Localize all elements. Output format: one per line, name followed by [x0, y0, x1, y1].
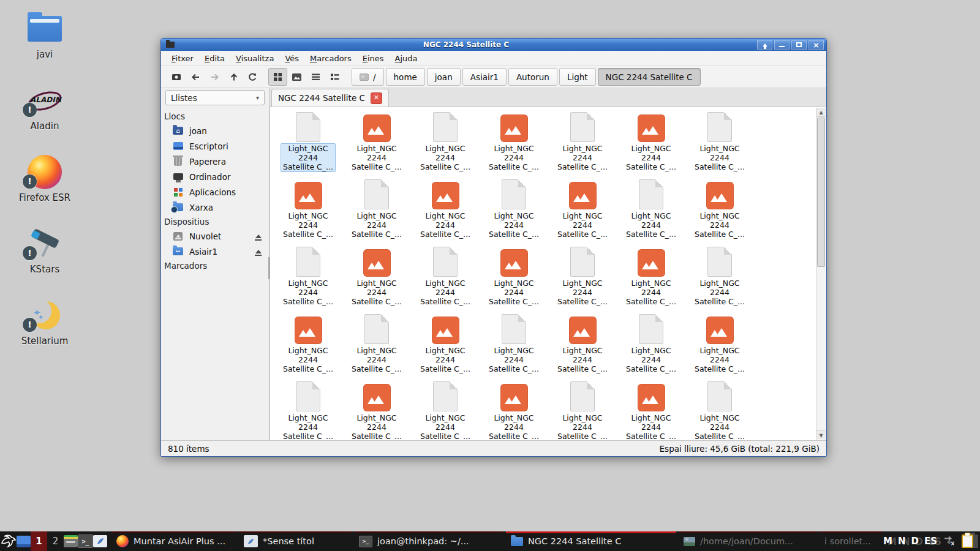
minimize-button[interactable]	[774, 40, 790, 50]
file-item[interactable]: Light_NGC2244Satellite C_...	[617, 244, 685, 312]
file-item[interactable]: Light_NGC2244Satellite C_...	[617, 177, 685, 244]
sidebar-item-xarxa[interactable]: Xarxa	[161, 200, 269, 215]
scroll-down-arrow-icon[interactable]: ▼	[816, 430, 826, 440]
new-tab-button[interactable]	[167, 68, 186, 86]
file-item[interactable]: Light_NGC2244Satellite C_...	[411, 177, 480, 244]
view-grid-button[interactable]	[268, 68, 287, 86]
file-item[interactable]: Light_NGC2244Satellite C_...	[617, 379, 685, 440]
titlebar[interactable]: NGC 2244 Satellite C ×	[161, 39, 826, 51]
desktop-icon-aladin[interactable]: ALADIN!Aladin	[9, 81, 81, 153]
file-item[interactable]: Light_NGC2244Satellite C_...	[548, 244, 617, 312]
network-arrows-icon[interactable]: ×	[943, 535, 956, 548]
desktop-icon-javi[interactable]: javi	[9, 10, 81, 81]
maximize-button[interactable]	[791, 40, 807, 50]
file-item[interactable]: Light_NGC2244Satellite C_...	[617, 110, 685, 177]
file-item[interactable]: Light_NGC2244Satellite C_...	[480, 110, 548, 177]
sidebar-item-aplicacions[interactable]: Aplicacions	[161, 184, 269, 200]
task-button--home-joan-docum-[interactable]: /home/joan/Docum...	[677, 531, 818, 551]
tab-ngc-2244-satellite-c[interactable]: NGC 2244 Satellite C ✕	[271, 89, 389, 107]
tray-indicator-es[interactable]: ES	[924, 536, 937, 547]
file-item[interactable]: Light_NGC2244Satellite C_...	[342, 379, 411, 440]
close-button[interactable]: ×	[809, 40, 824, 50]
back-button[interactable]	[186, 68, 205, 86]
menu-vs[interactable]: Vés	[279, 52, 304, 65]
launcher-terminal[interactable]: >_	[78, 531, 93, 551]
file-item[interactable]: Light_NGC2244Satellite C_...	[274, 379, 342, 440]
path-segment-autorun[interactable]: Autorun	[508, 68, 557, 86]
shade-button[interactable]	[757, 40, 772, 50]
sidebar-item-escriptori[interactable]: Escriptori	[161, 138, 269, 154]
vertical-scrollbar[interactable]: ▲ ▼	[816, 108, 826, 440]
menu-edita[interactable]: Edita	[199, 52, 230, 65]
menu-eines[interactable]: Eines	[357, 52, 390, 65]
desktop-icon-stellarium[interactable]: ✦✦!Stellarium	[9, 296, 81, 368]
menu-fitxer[interactable]: Fitxer	[166, 52, 199, 65]
file-item[interactable]: Light_NGC2244Satellite C_...	[480, 312, 548, 379]
task-button-joan-thinkpad-[interactable]: >_joan@thinkpad: ~/...	[353, 531, 505, 551]
tab-close-icon[interactable]: ✕	[371, 92, 382, 104]
eject-icon[interactable]	[255, 231, 262, 241]
sidebar-item-paperera[interactable]: Paperera	[161, 154, 269, 169]
tray-indicator-m[interactable]: M	[883, 536, 892, 547]
sidebar-item-ordinador[interactable]: Ordinador	[161, 169, 269, 184]
file-item[interactable]: Light_NGC2244Satellite C_...	[411, 244, 480, 312]
path-segment-home[interactable]: home	[386, 68, 425, 86]
sidebar-item-asiair1[interactable]: ↔Asiair1	[161, 244, 269, 259]
task-button-ngc-2244-satellite-c[interactable]: NGC 2244 Satellite C	[505, 531, 677, 551]
workspace-2[interactable]: 2	[47, 531, 64, 551]
file-item[interactable]: Light_NGC2244Satellite C_...	[274, 312, 342, 379]
tray-indicator-n[interactable]: N	[898, 536, 906, 547]
menu-marcadors[interactable]: Marcadors	[304, 52, 357, 65]
file-item[interactable]: Light_NGC2244Satellite C_...	[411, 312, 480, 379]
path-segment--[interactable]: /	[352, 68, 384, 86]
refresh-button[interactable]	[243, 68, 262, 86]
scroll-up-arrow-icon[interactable]: ▲	[816, 108, 826, 117]
sidebar-item-nuvolet[interactable]: Nuvolet	[161, 228, 269, 244]
file-item[interactable]: Light_NGC2244Satellite C_...	[685, 312, 754, 379]
file-item[interactable]: Light_NGC2244Satellite C_...	[342, 177, 411, 244]
file-item[interactable]: Light_NGC2244Satellite C_...	[480, 177, 548, 244]
path-segment-joan[interactable]: joan	[427, 68, 461, 86]
scrollbar-thumb[interactable]	[817, 118, 825, 267]
forward-button[interactable]	[205, 68, 224, 86]
file-item[interactable]: Light_NGC2244Satellite C_...	[480, 379, 548, 440]
file-item[interactable]: Light_NGC2244Satellite C_...	[342, 110, 411, 177]
file-item[interactable]: Light_NGC2244Satellite C_...	[342, 312, 411, 379]
file-item[interactable]: Light_NGC2244Satellite C_...	[411, 110, 480, 177]
file-item[interactable]: Light_NGC2244Satellite C_...	[685, 379, 754, 440]
launcher-text-editor[interactable]	[93, 531, 107, 551]
file-item[interactable]: Light_NGC2244Satellite C_...	[274, 110, 342, 177]
path-segment-asiair1[interactable]: Asiair1	[462, 68, 507, 86]
workspace-1[interactable]: 1	[31, 531, 47, 551]
file-item[interactable]: Light_NGC2244Satellite C_...	[548, 312, 617, 379]
file-item[interactable]: Light_NGC2244Satellite C_...	[548, 379, 617, 440]
view-compact-button[interactable]	[325, 68, 344, 86]
path-segment-light[interactable]: Light	[559, 68, 596, 86]
clipboard-icon[interactable]	[962, 534, 973, 548]
pane-splitter-handle[interactable]	[268, 257, 270, 279]
sidebar-item-joan[interactable]: ⌂joan	[161, 123, 269, 138]
task-button-i-sorollet-[interactable]: i sorollet...	[818, 531, 883, 551]
tray-indicator-d[interactable]: D	[911, 536, 919, 547]
task-button-muntar-asiair-plus-[interactable]: Muntar AsiAir Plus ...	[110, 531, 238, 551]
view-list-button[interactable]	[306, 68, 325, 86]
file-item[interactable]: Light_NGC2244Satellite C_...	[548, 110, 617, 177]
app-menu-button[interactable]	[0, 531, 17, 551]
up-button[interactable]	[224, 68, 243, 86]
file-item[interactable]: Light_NGC2244Satellite C_...	[548, 177, 617, 244]
menu-visualitza[interactable]: Visualitza	[230, 52, 279, 65]
show-desktop-button[interactable]	[17, 531, 31, 551]
file-item[interactable]: Light_NGC2244Satellite C_...	[480, 244, 548, 312]
file-item[interactable]: Light_NGC2244Satellite C_...	[274, 244, 342, 312]
sidebar-mode-dropdown[interactable]: Llistes ▾	[165, 90, 265, 105]
file-item[interactable]: Light_NGC2244Satellite C_...	[342, 244, 411, 312]
file-item[interactable]: Light_NGC2244Satellite C_...	[685, 110, 754, 177]
file-item[interactable]: Light_NGC2244Satellite C_...	[274, 177, 342, 244]
task-button--sense-t-tol[interactable]: *Sense títol	[238, 531, 353, 551]
file-item[interactable]: Light_NGC2244Satellite C_...	[685, 177, 754, 244]
desktop-icon-kstars[interactable]: !KStars	[9, 225, 81, 296]
menu-ajuda[interactable]: Ajuda	[390, 52, 423, 65]
file-item[interactable]: Light_NGC2244Satellite C_...	[685, 244, 754, 312]
view-thumbnails-button[interactable]	[287, 68, 306, 86]
file-item[interactable]: Light_NGC2244Satellite C_...	[617, 312, 685, 379]
